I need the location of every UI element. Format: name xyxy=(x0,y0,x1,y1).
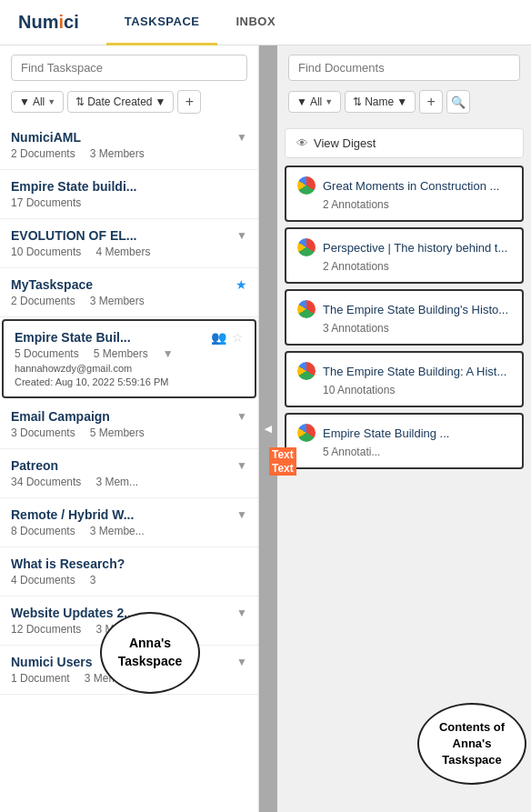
star-icon: ★ xyxy=(235,277,247,292)
add-taskspace-button[interactable]: + xyxy=(177,90,201,114)
list-item[interactable]: Numici Users ▼ 1 Document 3 Members xyxy=(0,646,258,695)
doc-title: Great Moments in Construction ... xyxy=(323,179,499,193)
filter-chevron-icon: ▼ xyxy=(325,97,333,106)
chrome-icon xyxy=(297,176,316,195)
chrome-icon xyxy=(297,362,316,380)
main-content: ▼ All ▼ ⇅ Date Created ▼ + NumiciAML ▼ 2… xyxy=(0,45,531,812)
chevron-icon: ▼ xyxy=(236,656,247,668)
member-count: 3 Members xyxy=(85,672,139,685)
member-count: 5 Members xyxy=(90,426,145,439)
list-item[interactable]: Email Campaign ▼ 3 Documents 5 Members xyxy=(0,400,258,449)
list-item[interactable]: NumiciAML ▼ 2 Documents 3 Members xyxy=(0,121,258,170)
add-document-button[interactable]: + xyxy=(419,90,443,114)
header: Numici TASKSPACE INBOX xyxy=(0,0,531,45)
sort-label: Name xyxy=(365,95,394,108)
nav-tabs: TASKSPACE INBOX xyxy=(106,0,294,45)
chrome-icon xyxy=(297,238,316,256)
doc-count: 1 Document xyxy=(11,672,70,685)
taskspace-name: Website Updates 2... xyxy=(11,606,135,620)
sort-icon: ⇅ xyxy=(75,95,85,108)
doc-item[interactable]: Empire State Building ... 5 Annotati... xyxy=(285,413,524,469)
list-item[interactable]: Patreon ▼ 34 Documents 3 Mem... xyxy=(0,449,258,498)
left-panel: ▼ All ▼ ⇅ Date Created ▼ + NumiciAML ▼ 2… xyxy=(0,45,259,812)
taskspace-name: Empire State Buil... xyxy=(15,330,131,345)
tab-taskspace[interactable]: TASKSPACE xyxy=(106,0,218,45)
tab-inbox[interactable]: INBOX xyxy=(217,0,294,45)
logo: Numici xyxy=(18,12,79,33)
chevron-icon: ▼ xyxy=(236,459,247,472)
doc-item[interactable]: Great Moments in Construction ... 2 Anno… xyxy=(285,165,524,222)
chevron-icon: ▼ xyxy=(236,410,247,423)
member-count: 4 Members xyxy=(95,246,150,258)
doc-count: 4 Documents xyxy=(11,574,75,586)
taskspace-list: NumiciAML ▼ 2 Documents 3 Members Empire… xyxy=(0,121,258,812)
chevron-icon: ▼ xyxy=(236,606,247,619)
chevron-icon: ▼ xyxy=(236,508,247,521)
list-item[interactable]: Website Updates 2... ▼ 12 Documents 3 Me… xyxy=(0,596,258,646)
star-outline-icon: ☆ xyxy=(232,330,244,345)
funnel-icon: ▼ xyxy=(296,95,307,108)
list-item[interactable]: Remote / Hybrid W... ▼ 8 Documents 3 Mem… xyxy=(0,498,258,547)
find-taskspace-input[interactable] xyxy=(11,55,247,81)
doc-item[interactable]: The Empire State Building: A Hist... 10 … xyxy=(285,351,524,407)
panel-divider[interactable]: ◀ xyxy=(259,45,277,812)
chrome-icon xyxy=(297,300,316,318)
taskspace-name: Patreon xyxy=(11,458,58,473)
taskspace-name: Remote / Hybrid W... xyxy=(11,507,134,522)
doc-title: Empire State Building ... xyxy=(323,426,449,440)
doc-title: Perspective | The history behind t... xyxy=(323,241,507,255)
member-count: 3 Me... xyxy=(95,623,129,636)
member-count: 3 xyxy=(90,574,96,586)
sort-chevron-icon: ▼ xyxy=(396,95,407,108)
member-count: 3 Membe... xyxy=(90,525,145,537)
doc-count: 10 Documents xyxy=(11,246,81,258)
view-digest-label: View Digest xyxy=(314,136,376,150)
member-count: 3 Members xyxy=(90,295,145,307)
member-count: 3 Members xyxy=(90,147,145,160)
taskspace-email: hannahowzdy@gmail.com xyxy=(15,363,244,374)
left-filter-button[interactable]: ▼ All ▼ xyxy=(11,91,64,113)
taskspace-name: MyTaskspace xyxy=(11,277,93,292)
list-item-highlighted[interactable]: Empire State Buil... 👥 ☆ 5 Documents 5 M… xyxy=(2,319,256,398)
filter-all-label: All xyxy=(33,95,45,108)
doc-title: The Empire State Building: A Hist... xyxy=(323,365,506,378)
taskspace-name: Empire State buildi... xyxy=(11,179,136,194)
right-sort-button[interactable]: ⇅ Name ▼ xyxy=(345,91,416,113)
left-search-bar xyxy=(0,45,258,86)
doc-count: 34 Documents xyxy=(11,476,81,488)
list-item[interactable]: MyTaskspace ★ 2 Documents 3 Members xyxy=(0,268,258,317)
filter-chevron-icon: ▼ xyxy=(47,97,55,106)
find-documents-input[interactable] xyxy=(288,55,520,81)
taskspace-name: EVOLUTION OF EL... xyxy=(11,228,136,243)
left-sort-button[interactable]: ⇅ Date Created ▼ xyxy=(67,91,174,113)
view-digest-button[interactable]: 👁 View Digest xyxy=(285,128,524,158)
filter-all-label: All xyxy=(310,95,322,108)
doc-count: 8 Documents xyxy=(11,525,75,537)
right-filter-button[interactable]: ▼ All ▼ xyxy=(288,91,341,113)
doc-annotations: 2 Annotations xyxy=(323,198,511,211)
right-panel: ▼ All ▼ ⇅ Name ▼ + 🔍 👁 View Digest G xyxy=(277,45,531,812)
left-filter-bar: ▼ All ▼ ⇅ Date Created ▼ + xyxy=(0,86,258,121)
list-item[interactable]: Empire State buildi... 17 Documents xyxy=(0,170,258,219)
doc-count: 2 Documents xyxy=(11,147,75,160)
search-icon-button[interactable]: 🔍 xyxy=(446,90,470,114)
chevron-icon: ▼ xyxy=(163,347,174,360)
taskspace-created: Created: Aug 10, 2022 5:59:16 PM xyxy=(15,376,244,387)
list-item[interactable]: EVOLUTION OF EL... ▼ 10 Documents 4 Memb… xyxy=(0,219,258,268)
doc-annotations: 5 Annotati... xyxy=(323,446,511,458)
documents-list: Great Moments in Construction ... 2 Anno… xyxy=(277,165,531,812)
right-search-bar xyxy=(277,45,531,86)
right-filter-bar: ▼ All ▼ ⇅ Name ▼ + 🔍 xyxy=(277,86,531,121)
member-count: 5 Members xyxy=(94,347,148,360)
doc-count: 17 Documents xyxy=(11,196,81,209)
taskspace-name: What is Research? xyxy=(11,556,125,571)
taskspace-name: Numici Users xyxy=(11,655,92,669)
doc-item[interactable]: The Empire State Building's Histo... 3 A… xyxy=(285,289,524,346)
doc-annotations: 2 Annotations xyxy=(323,260,511,273)
doc-annotations: 3 Annotations xyxy=(323,322,511,335)
sort-label: Date Created xyxy=(87,95,152,108)
list-item[interactable]: What is Research? 4 Documents 3 xyxy=(0,547,258,596)
doc-annotations: 10 Annotations xyxy=(323,384,511,396)
doc-item[interactable]: Perspective | The history behind t... 2 … xyxy=(285,227,524,284)
sort-chevron-icon: ▼ xyxy=(155,95,166,108)
